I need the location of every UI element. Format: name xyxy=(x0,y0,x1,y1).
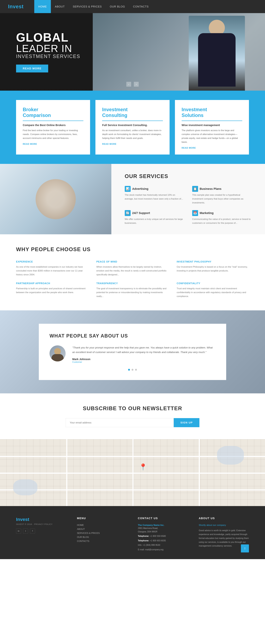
partnership-text: Partnership is built on principles and p… xyxy=(16,287,88,294)
broker-card-text: Find the best online broker for your tra… xyxy=(23,128,83,140)
solutions-read-more-link[interactable]: READ MORE xyxy=(182,147,196,149)
nav-item-home[interactable]: HOME xyxy=(34,0,51,13)
advertising-icon: 📊 xyxy=(125,186,131,192)
social-twitter-icon[interactable]: t xyxy=(23,528,28,534)
footer-menu-list: HOME ABOUT SERVICES & PRICES OUR BLOG CO… xyxy=(77,524,127,542)
hero-prev-button[interactable]: ‹ xyxy=(126,82,131,86)
hero-title: GLOBAL LEADER IN xyxy=(16,32,80,54)
services-image xyxy=(0,164,111,234)
newsletter-email-input[interactable] xyxy=(66,418,174,427)
footer-contact-title: CONTACT US xyxy=(138,517,188,520)
footer-address: 2901 Marmora Road,Glasgow, D04 89GR xyxy=(138,526,188,533)
map-background xyxy=(0,439,265,506)
nav-item-contacts[interactable]: CONTACTS xyxy=(129,0,153,13)
hands-image xyxy=(36,179,76,219)
why-grid: EXPERIENCE As one of the most establishe… xyxy=(16,260,249,298)
our-services-section: OUR SERVICES 📊 Advertising The stock mar… xyxy=(0,164,265,234)
confidentiality-title: CONFIDENTIALITY xyxy=(177,282,249,285)
service-support: 🔄 24/7 Support We offer customers a trul… xyxy=(125,210,184,225)
testimonial-section: WHAT PEOPLE SAY ABOUT US "Thank you for … xyxy=(0,310,265,394)
experience-title: EXPERIENCE xyxy=(16,260,88,263)
business-plans-title: 📋 Business Plans xyxy=(192,186,252,192)
footer-email: E-mail: mail@company.org xyxy=(138,548,188,551)
why-experience: EXPERIENCE As one of the most establishe… xyxy=(16,260,88,277)
footer-menu-col: MENU HOME ABOUT SERVICES & PRICES OUR BL… xyxy=(77,517,127,552)
confidentiality-text: Trust and integrity must maintain strict… xyxy=(177,287,249,298)
support-icon: 🔄 xyxy=(125,210,131,216)
hero-section: GLOBAL LEADER IN INVESTMENT SERVICES REA… xyxy=(0,13,265,91)
footer-mobile: Info: +1 (304) 999 9530 xyxy=(138,543,188,547)
testimonial-title: WHAT PEOPLE SAY ABOUT US xyxy=(50,333,215,339)
advertising-text: The stock market has historically return… xyxy=(125,193,184,201)
hero-read-more-button[interactable]: READ MORE xyxy=(16,64,48,72)
peace-of-mind-title: PEACE OF MIND xyxy=(96,260,169,263)
consulting-card-text: As an investment consultant, unlike a br… xyxy=(102,128,163,140)
footer-fax: Telephone: +1 800 603 6035 xyxy=(138,539,188,542)
service-business-plans: 📋 Business Plans This sample plan was cr… xyxy=(192,186,252,205)
broker-read-more-link[interactable]: READ MORE xyxy=(23,143,37,145)
services-content: OUR SERVICES 📊 Advertising The stock mar… xyxy=(111,164,265,234)
footer-menu-about[interactable]: ABOUT xyxy=(77,528,127,530)
navbar: Invest HOME ABOUT SERVICES & PRICES OUR … xyxy=(0,0,265,13)
footer-menu-title: MENU xyxy=(77,517,127,520)
marketing-icon: 📅 xyxy=(192,210,198,216)
footer-menu-contacts[interactable]: CONTACTS xyxy=(77,540,127,542)
business-plans-text: This sample plan was created for a hypot… xyxy=(192,193,252,205)
marketing-text: Communicating the value of a product, se… xyxy=(192,217,252,225)
testimonial-dot-3[interactable] xyxy=(135,369,137,371)
footer-telephone: Telephone: +1 800 559 6580 xyxy=(138,534,188,538)
scroll-to-top-button[interactable]: ↑ xyxy=(241,544,249,552)
footer-company-name: The Company Name Inc. xyxy=(138,524,188,526)
nav-item-about[interactable]: ABOUT xyxy=(51,0,69,13)
service-card-solutions: InvestmentSolutions Wise investment mana… xyxy=(175,100,249,154)
consulting-card-title: InvestmentConsulting xyxy=(102,107,163,121)
footer-menu-blog[interactable]: OUR BLOG xyxy=(77,536,127,538)
peace-of-mind-text: When investors allow themselves to be la… xyxy=(96,265,169,277)
nav-logo: Invest xyxy=(8,4,24,10)
business-plans-icon: 📋 xyxy=(192,186,198,192)
service-card-broker: BrokerComparison Compare the Best Online… xyxy=(16,100,90,154)
testimonial-dot-2[interactable] xyxy=(132,369,133,371)
solutions-card-heading: Wise investment management xyxy=(182,124,242,127)
transparency-text: The goal of investment transparency is t… xyxy=(96,287,169,298)
service-advertising: 📊 Advertising The stock market has histo… xyxy=(125,186,184,205)
footer-menu-home[interactable]: HOME xyxy=(77,524,127,526)
testimonial-dot-1[interactable] xyxy=(128,369,130,371)
nav-links: HOME ABOUT SERVICES & PRICES OUR BLOG CO… xyxy=(34,0,153,13)
testimonial-box: WHAT PEOPLE SAY ABOUT US "Thank you for … xyxy=(39,324,226,380)
why-transparency: TRANSPARENCY The goal of investment tran… xyxy=(96,282,169,298)
nav-item-blog[interactable]: OUR BLOG xyxy=(106,0,129,13)
map-water-1 xyxy=(13,479,37,495)
marketing-title: 📅 Marketing xyxy=(192,210,252,216)
testimonial-avatar xyxy=(50,346,66,362)
testimonial-author-name: Mark Johnson xyxy=(72,358,215,361)
support-text: We offer customers a truly unique set of… xyxy=(125,217,184,225)
solutions-card-text: The platform gives investors access to t… xyxy=(182,128,242,144)
newsletter-section: SUBSCRIBE TO OUR NEWSLETTER SIGN UP xyxy=(0,394,265,439)
why-investment-philosophy: INVESTMENT PHILOSOPHY Our Investment Phi… xyxy=(177,260,249,277)
hero-next-button[interactable]: › xyxy=(134,82,139,86)
footer-logo-highlight: In xyxy=(16,517,20,522)
map-road-v3 xyxy=(199,439,200,506)
consulting-read-more-link[interactable]: READ MORE xyxy=(102,143,116,145)
broker-card-heading: Compare the Best Online Brokers xyxy=(23,124,83,127)
testimonial-content: "Thank you for your prompt response and … xyxy=(50,346,215,364)
newsletter-signup-button[interactable]: SIGN UP xyxy=(174,418,199,427)
social-facebook-icon[interactable]: f xyxy=(30,528,35,534)
footer-tagline: INVEST © 2016 · PRIVACY POLICY xyxy=(16,523,66,525)
advertising-title: 📊 Advertising xyxy=(125,186,184,192)
footer-menu-services[interactable]: SERVICES & PRICES xyxy=(77,532,127,534)
service-cards-section: BrokerComparison Compare the Best Online… xyxy=(0,91,265,164)
hero-title-line1: GLOBAL xyxy=(16,32,80,44)
service-card-consulting: InvestmentConsulting Full Service Invest… xyxy=(95,100,169,154)
testimonial-author-title: Customer xyxy=(72,361,215,364)
investment-philosophy-title: INVESTMENT PHILOSOPHY xyxy=(177,260,249,263)
social-linkedin-icon[interactable]: in xyxy=(16,528,21,534)
nav-item-services[interactable]: SERVICES & PRICES xyxy=(69,0,106,13)
map-road-v1 xyxy=(66,439,67,506)
footer-social-links: in t f xyxy=(16,528,66,534)
our-services-title: OUR SERVICES xyxy=(125,173,252,179)
footer-contact-col: CONTACT US The Company Name Inc. 2901 Ma… xyxy=(138,517,188,552)
footer-about-company-label: Shortly about our company xyxy=(199,524,249,526)
hero-subtitle: INVESTMENT SERVICES xyxy=(16,54,80,59)
